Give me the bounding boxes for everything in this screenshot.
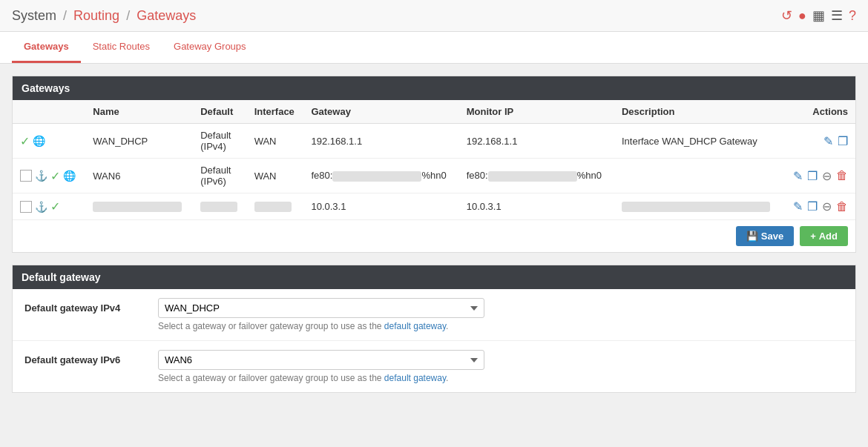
row1-actions: ✎ ❐ <box>783 124 855 159</box>
row2-icons: ⚓ ✓ 🌐 <box>13 159 85 193</box>
block-icon[interactable]: ⊖ <box>822 199 832 213</box>
row1-gateway: 192.168.1.1 <box>303 124 458 159</box>
ipv6-field: WAN6 WAN_DHCP none Select a gateway or f… <box>158 350 844 383</box>
chart-icon[interactable]: ▦ <box>812 7 825 24</box>
row3-checkbox[interactable] <box>20 201 32 213</box>
row3-default-blurred <box>200 202 237 212</box>
row2-monitor-ip: fe80: %hn0 <box>459 159 614 193</box>
add-label: Add <box>819 231 838 242</box>
default-gateway-title: Default gateway <box>13 265 855 289</box>
row1-interface: WAN <box>247 124 304 159</box>
check-circle-icon: ✓ <box>50 199 60 213</box>
row3-name-blurred <box>93 202 182 212</box>
globe-icon: 🌐 <box>33 135 45 147</box>
col-checkbox <box>13 100 85 124</box>
ipv4-row: Default gateway IPv4 WAN_DHCP WAN6 none … <box>13 289 855 341</box>
table-row: ⚓ ✓ 🌐 WAN6 Default(IPv6) WAN fe80: %hn0 … <box>13 159 855 193</box>
page-content: Gateways Name Default Interface Gateway … <box>0 64 868 417</box>
table-header-row: Name Default Interface Gateway Monitor I… <box>13 100 855 124</box>
row3-monitor-ip: 10.0.3.1 <box>459 193 614 220</box>
ipv6-select[interactable]: WAN6 WAN_DHCP none <box>158 350 484 370</box>
gateways-table: Name Default Interface Gateway Monitor I… <box>13 100 855 219</box>
row3-interface <box>247 193 304 220</box>
gateways-section: Gateways Name Default Interface Gateway … <box>12 76 856 253</box>
default-gateway-section: Default gateway Default gateway IPv4 WAN… <box>12 265 856 393</box>
ipv6-help-link[interactable]: default gateway <box>384 373 446 383</box>
breadcrumb-routing[interactable]: Routing <box>73 8 119 23</box>
edit-icon[interactable]: ✎ <box>823 134 833 148</box>
edit-icon[interactable]: ✎ <box>793 169 803 183</box>
delete-icon[interactable]: 🗑 <box>836 169 848 182</box>
row3-default <box>193 193 246 220</box>
power-icon[interactable]: ● <box>798 8 806 24</box>
copy-icon[interactable]: ❐ <box>838 134 848 148</box>
ipv4-select[interactable]: WAN_DHCP WAN6 none <box>158 298 484 318</box>
delete-icon[interactable]: 🗑 <box>836 200 848 213</box>
row2-name: WAN6 <box>85 159 193 193</box>
check-circle-icon: ✓ <box>20 134 30 148</box>
ipv4-help-link[interactable]: default gateway <box>384 321 446 331</box>
tab-gateway-groups[interactable]: Gateway Groups <box>162 32 258 63</box>
row2-default: Default(IPv6) <box>193 159 246 193</box>
col-actions: Actions <box>783 100 855 124</box>
col-description: Description <box>614 100 783 124</box>
breadcrumb-sep1: / <box>63 8 67 23</box>
row3-icons: ⚓ ✓ <box>13 193 85 220</box>
row2-description <box>614 159 783 193</box>
breadcrumb: System / Routing / Gateways <box>12 8 196 24</box>
row3-actions: ✎ ❐ ⊖ 🗑 <box>783 193 855 220</box>
refresh-icon[interactable]: ↺ <box>781 7 792 24</box>
copy-icon[interactable]: ❐ <box>807 169 818 183</box>
col-default: Default <box>193 100 246 124</box>
save-label: Save <box>761 231 783 242</box>
breadcrumb-sep2: / <box>126 8 130 23</box>
anchor-icon: ⚓ <box>35 201 47 213</box>
breadcrumb-current: Gateways <box>137 8 196 23</box>
row2-checkbox[interactable] <box>20 170 32 182</box>
tab-static-routes[interactable]: Static Routes <box>81 32 162 63</box>
row3-gateway: 10.0.3.1 <box>303 193 458 220</box>
copy-icon[interactable]: ❐ <box>807 199 818 213</box>
save-button[interactable]: 💾 Save <box>736 226 794 246</box>
ipv6-help: Select a gateway or failover gateway gro… <box>158 373 844 383</box>
anchor-icon: ⚓ <box>35 170 47 182</box>
col-name: Name <box>85 100 193 124</box>
row3-name <box>85 193 193 220</box>
save-icon: 💾 <box>746 231 758 242</box>
ipv4-label: Default gateway IPv4 <box>24 298 158 314</box>
globe-icon: 🌐 <box>63 170 76 182</box>
check-circle-icon: ✓ <box>50 169 60 183</box>
tabs-bar: Gateways Static Routes Gateway Groups <box>0 32 868 64</box>
ipv4-field: WAN_DHCP WAN6 none Select a gateway or f… <box>158 298 844 331</box>
block-icon[interactable]: ⊖ <box>822 169 832 183</box>
table-row: ⚓ ✓ 10.0.3.1 10.0.3.1 ✎ ❐ <box>13 193 855 220</box>
ipv4-help: Select a gateway or failover gateway gro… <box>158 321 844 331</box>
ipv6-label: Default gateway IPv6 <box>24 350 158 365</box>
edit-icon[interactable]: ✎ <box>793 199 803 213</box>
row1-icons: ✓ 🌐 <box>13 124 85 159</box>
col-monitor-ip: Monitor IP <box>459 100 614 124</box>
add-button[interactable]: + Add <box>800 226 848 246</box>
row1-default: Default(IPv4) <box>193 124 246 159</box>
row3-iface-blurred <box>254 202 292 212</box>
row2-monitor-blurred <box>488 171 577 182</box>
row1-description: Interface WAN_DHCP Gateway <box>614 124 783 159</box>
list-icon[interactable]: ☰ <box>831 7 843 24</box>
row3-description <box>614 193 783 220</box>
header: System / Routing / Gateways ↺ ● ▦ ☰ ? <box>0 0 868 32</box>
breadcrumb-system: System <box>12 8 56 23</box>
row3-desc-blurred <box>622 202 770 212</box>
table-row: ✓ 🌐 WAN_DHCP Default(IPv4) WAN 192.168.1… <box>13 124 855 159</box>
header-icons: ↺ ● ▦ ☰ ? <box>781 7 856 24</box>
add-icon: + <box>810 231 816 242</box>
table-button-row: 💾 Save + Add <box>13 219 855 252</box>
ipv6-row: Default gateway IPv6 WAN6 WAN_DHCP none … <box>13 341 855 392</box>
row2-gateway: fe80: %hn0 <box>303 159 458 193</box>
help-icon[interactable]: ? <box>849 8 856 24</box>
tab-gateways[interactable]: Gateways <box>12 32 81 63</box>
row2-interface: WAN <box>247 159 304 193</box>
row1-name: WAN_DHCP <box>85 124 193 159</box>
gateways-section-title: Gateways <box>13 76 855 100</box>
col-gateway: Gateway <box>303 100 458 124</box>
col-interface: Interface <box>247 100 304 124</box>
